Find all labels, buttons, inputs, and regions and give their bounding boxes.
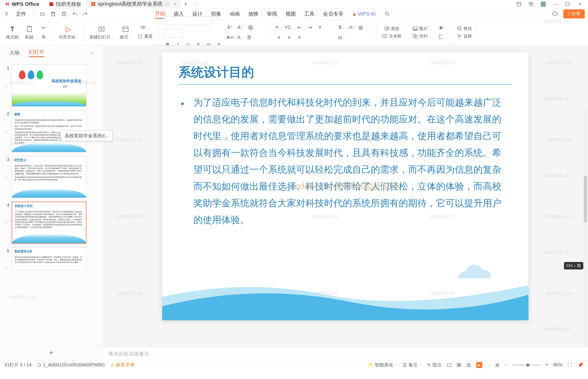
format-brush-button[interactable]: 格式刷 xyxy=(6,25,19,40)
numbering-button[interactable]: ≡1⌄ xyxy=(286,24,293,31)
copy-icon[interactable]: ⧉ xyxy=(40,33,47,41)
cube-icon[interactable] xyxy=(528,1,534,7)
close-tab-icon[interactable]: × xyxy=(173,1,176,7)
align-left-icon[interactable]: ≡ xyxy=(316,24,323,31)
sorter-view-icon[interactable] xyxy=(457,363,461,367)
font-increase-icon[interactable]: A⁺ xyxy=(227,24,234,31)
align-justify-icon[interactable]: ≡ xyxy=(296,34,303,41)
slideshow-button[interactable]: ▶ xyxy=(476,362,482,368)
tab-template[interactable]: 找稻壳模板 xyxy=(44,0,86,8)
picture-button[interactable]: 图片⌄ xyxy=(412,26,432,32)
close-window-button[interactable]: ✕ xyxy=(577,1,582,7)
tab-member[interactable]: 会员专享 xyxy=(323,10,343,18)
comments-button[interactable]: ✎批注 xyxy=(427,362,442,368)
slides-tab[interactable]: 幻灯片 xyxy=(29,48,44,57)
layout-button[interactable]: 版式⌄ xyxy=(120,25,131,40)
highlight-button[interactable]: A⌄ xyxy=(237,34,244,41)
ime-badge[interactable]: CH ♪ 简 xyxy=(564,262,583,269)
avatar-icon[interactable] xyxy=(540,1,546,7)
add-tab-button[interactable]: + xyxy=(181,0,191,8)
slideshow-caret[interactable]: ⌄ xyxy=(488,363,490,367)
zoom-level[interactable]: 95% xyxy=(553,362,563,368)
hamburger-icon[interactable]: ☰ xyxy=(3,11,10,17)
find-button[interactable]: 查找⌄ xyxy=(457,26,476,32)
clear-format-icon[interactable]: ⨂ xyxy=(247,24,254,31)
indent-increase-icon[interactable]: ⇥ xyxy=(306,24,313,31)
beautify-button[interactable]: ✨智能美化⌄ xyxy=(368,362,398,368)
font-size-select[interactable] xyxy=(164,29,183,38)
star-icon[interactable]: ☆ xyxy=(5,221,9,226)
redo-icon[interactable] xyxy=(82,11,89,17)
zoom-in-button[interactable]: + xyxy=(545,362,548,368)
notes-button[interactable]: ☰备注⌄ xyxy=(403,362,422,368)
notes-bar[interactable]: 单击此处添加备注 xyxy=(103,347,588,360)
slide-canvas[interactable]: 系统设计目的 • 为了适应电子信息时代和科技化时代的到来，并且应对今后可能越来越… xyxy=(162,52,528,320)
play-from-current-button[interactable]: ▷ 当页开始⌄ xyxy=(59,25,78,40)
tab-document[interactable]: P springboot高校奖助学金系统 □ × xyxy=(86,0,181,8)
columns-icon[interactable]: ▥⌄ xyxy=(358,24,365,31)
cut-icon[interactable]: ✂ xyxy=(40,24,47,31)
fit-window-icon[interactable]: ⛶ xyxy=(568,362,572,368)
tab-slideshow[interactable]: 放映 xyxy=(248,10,259,18)
text-effects-button[interactable]: 变⌄ xyxy=(247,34,254,41)
tab-menu-button[interactable]: ⌄ xyxy=(191,2,201,6)
thumbnail-list[interactable]: 1☆ 高校奖助学金系统 ppt 2☆ 摘要： 高校奖助学金系统的开发对管理员都有… xyxy=(0,60,102,345)
select-button[interactable]: 选择⌄ xyxy=(457,33,476,39)
outline-color-icon[interactable]: ⌄ xyxy=(438,33,445,40)
thumbnail-3[interactable]: 研究意义 随着管理科技的进步，日常生活里，超高频率的电子设备在使用之后进入人们日… xyxy=(12,156,86,198)
share-button[interactable]: ⤴ 分享 xyxy=(563,9,585,18)
font-color-button[interactable]: A xyxy=(227,34,234,41)
line-spacing-icon[interactable]: ↕≡⌄ xyxy=(348,24,355,31)
tab-view[interactable]: 视图 xyxy=(286,10,296,18)
canvas-scroll[interactable]: 系统设计目的 • 为了适应电子信息时代和科技化时代的到来，并且应对今后可能越来越… xyxy=(103,45,588,347)
align-right-icon[interactable]: ≡ xyxy=(286,34,293,41)
font-decrease-icon[interactable]: A⁻ xyxy=(237,24,244,31)
window-layout-icon[interactable] xyxy=(516,1,522,7)
outline-tab[interactable]: 大纲 xyxy=(9,49,20,56)
tab-tools[interactable]: 工具 xyxy=(304,10,315,18)
tab-wps-ai[interactable]: ▲WPS AI xyxy=(352,10,376,18)
collapse-sidebar-icon[interactable]: ‹ xyxy=(91,50,93,56)
reset-button[interactable]: 重置 xyxy=(138,33,152,39)
indent-decrease-icon[interactable]: ⇤ xyxy=(296,24,303,31)
arrange-button[interactable]: 排列⌄ xyxy=(412,33,432,39)
slide-body[interactable]: • 为了适应电子信息时代和科技化时代的到来，并且应对今后可能越来越广泛的信息化的… xyxy=(162,94,528,228)
reading-view-icon[interactable] xyxy=(466,363,471,367)
undo-icon[interactable] xyxy=(71,11,78,17)
print-icon[interactable] xyxy=(61,11,67,17)
star-icon[interactable]: ☆ xyxy=(5,83,9,89)
star-icon[interactable]: ☆ xyxy=(5,129,9,134)
star-icon[interactable]: ☆ xyxy=(5,175,9,180)
shape-button[interactable]: 形状⌄ xyxy=(384,26,404,32)
bullets-button[interactable]: ≡·⌄ xyxy=(275,24,282,31)
file-menu[interactable]: 文件 xyxy=(14,11,28,17)
textbox-button[interactable]: A 文本框⌄ xyxy=(382,33,406,39)
minimize-button[interactable]: — xyxy=(553,1,558,7)
file-id[interactable]: 1_A000120140530A60PWBG xyxy=(37,362,105,368)
vertical-scrollbar[interactable] xyxy=(584,111,587,347)
new-slide-button[interactable]: 新建幻灯片⌄ xyxy=(90,25,113,40)
star-icon[interactable]: ☆ xyxy=(5,266,9,271)
thumbnail-1[interactable]: 高校奖助学金系统 ppt xyxy=(12,64,86,107)
zoom-slider[interactable] xyxy=(512,364,540,365)
fill-color-icon[interactable]: ⌄ xyxy=(438,24,445,32)
add-slide-button[interactable]: + xyxy=(0,345,102,360)
section-button[interactable]: ⌄ xyxy=(140,26,150,31)
maximize-button[interactable] xyxy=(565,1,570,7)
align-center-icon[interactable]: ≡ xyxy=(275,34,282,41)
thumbnail-5[interactable]: 系统需求分析 需求分析对系统的开发来说是十分重要的环节，对如果对于该环节有一定忽… xyxy=(12,247,86,271)
tab-review[interactable]: 审阅 xyxy=(267,10,277,18)
vertical-align-icon[interactable]: ⊟⌄ xyxy=(338,34,345,41)
normal-view-icon[interactable] xyxy=(447,363,452,367)
grid-icon[interactable]: ⊞ xyxy=(495,362,499,368)
tab-animation[interactable]: 动画 xyxy=(230,10,240,18)
tab-wps-home[interactable]: WPS Office xyxy=(0,0,44,8)
save-icon[interactable] xyxy=(50,11,56,17)
slide-title[interactable]: 系统设计目的 xyxy=(162,52,528,84)
cloud-sync-icon[interactable] xyxy=(552,11,558,17)
missing-font[interactable]: ⚠ 缺失字体 xyxy=(110,362,135,368)
zoom-out-button[interactable]: − xyxy=(504,362,507,368)
search-icon[interactable] xyxy=(384,11,391,17)
open-icon[interactable] xyxy=(39,11,46,17)
file-caret-icon[interactable]: ⌄ xyxy=(33,12,35,16)
